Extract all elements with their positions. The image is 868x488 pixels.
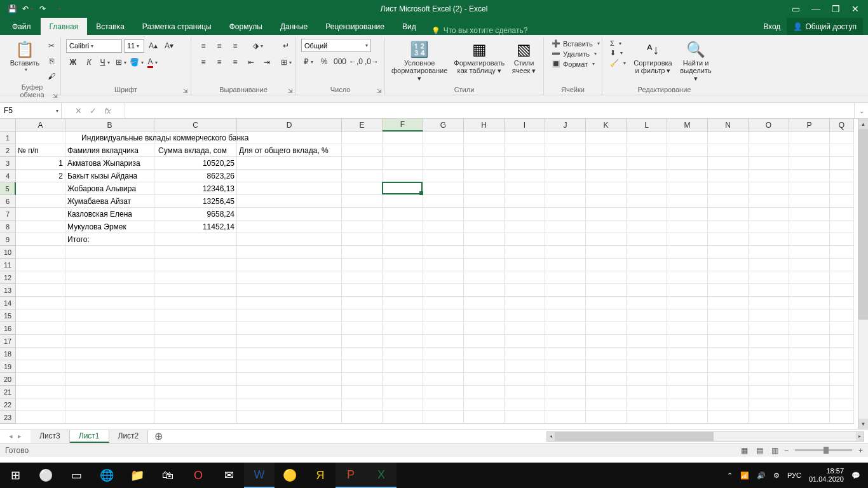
col-header-P[interactable]: P (789, 119, 830, 132)
cell[interactable] (505, 170, 545, 182)
cell[interactable] (237, 195, 342, 208)
cell[interactable] (154, 233, 237, 246)
cell[interactable] (237, 360, 342, 373)
cell[interactable] (342, 335, 383, 348)
cell[interactable] (16, 233, 65, 246)
row-header-11[interactable]: 11 (0, 259, 16, 271)
cell[interactable]: 1 (16, 157, 65, 170)
row-header-1[interactable]: 1 (0, 132, 16, 144)
row-header-7[interactable]: 7 (0, 208, 16, 220)
cell[interactable] (383, 157, 423, 170)
bold-button[interactable]: Ж (66, 55, 80, 69)
cell[interactable] (505, 411, 545, 424)
cell[interactable] (505, 195, 545, 208)
cell[interactable] (545, 322, 586, 335)
cell[interactable] (830, 132, 854, 144)
wrap-text-button[interactable]: ↵ (278, 39, 294, 53)
hscroll-right[interactable]: ▸ (856, 432, 864, 441)
cell[interactable]: 10520,25 (154, 157, 237, 170)
cell[interactable] (667, 259, 708, 271)
cell[interactable] (708, 348, 749, 360)
sheet-nav-first[interactable]: ◂ (9, 432, 13, 440)
cell[interactable] (708, 233, 749, 246)
cell[interactable] (505, 132, 545, 144)
cell[interactable] (708, 182, 749, 195)
cell[interactable] (423, 233, 464, 246)
cell[interactable] (830, 411, 854, 424)
cell[interactable] (464, 322, 505, 335)
cell[interactable] (586, 386, 627, 398)
cell[interactable] (505, 373, 545, 386)
hscroll-thumb[interactable] (555, 432, 714, 441)
cell[interactable] (154, 284, 237, 297)
cell[interactable] (708, 271, 749, 284)
cell[interactable] (423, 144, 464, 157)
cell[interactable] (545, 170, 586, 182)
cell[interactable] (16, 208, 65, 220)
cell[interactable] (586, 373, 627, 386)
cell[interactable] (749, 335, 789, 348)
cell[interactable] (383, 297, 423, 309)
tab-home[interactable]: Главная (41, 18, 88, 35)
row-header-12[interactable]: 12 (0, 271, 16, 284)
cell[interactable] (830, 233, 854, 246)
cell[interactable] (627, 309, 667, 322)
cell[interactable] (667, 246, 708, 259)
cell[interactable] (830, 182, 854, 195)
row-header-6[interactable]: 6 (0, 195, 16, 208)
cell[interactable] (342, 284, 383, 297)
tray-network-icon[interactable]: 📶 (740, 471, 749, 480)
cell[interactable] (423, 132, 464, 144)
cell[interactable]: Бакыт кызы Айдана (65, 170, 154, 182)
col-header-F[interactable]: F (383, 119, 423, 132)
cell[interactable] (342, 309, 383, 322)
cell[interactable] (789, 284, 830, 297)
cell[interactable] (667, 335, 708, 348)
cell[interactable] (545, 182, 586, 195)
row-header-15[interactable]: 15 (0, 309, 16, 322)
cell[interactable] (16, 284, 65, 297)
cell[interactable] (342, 386, 383, 398)
cell[interactable] (545, 233, 586, 246)
qat-customize-icon[interactable]: ▾ (54, 3, 65, 15)
cell[interactable] (464, 335, 505, 348)
cell[interactable] (830, 335, 854, 348)
cut-icon[interactable]: ✂ (44, 39, 58, 53)
fill-color-button[interactable]: 🪣▾ (130, 55, 144, 69)
cell[interactable] (342, 144, 383, 157)
cell[interactable] (627, 411, 667, 424)
cell[interactable] (505, 182, 545, 195)
cell[interactable] (830, 373, 854, 386)
cell[interactable] (708, 259, 749, 271)
cell[interactable] (627, 297, 667, 309)
sheet-nav-last[interactable]: ▸ (18, 432, 22, 440)
cell[interactable] (708, 335, 749, 348)
page-layout-view-icon[interactable]: ▤ (754, 445, 766, 456)
cell[interactable] (505, 348, 545, 360)
cell[interactable] (16, 220, 65, 233)
cell[interactable] (545, 398, 586, 411)
cell[interactable] (383, 182, 423, 195)
alignment-launcher[interactable]: ⇲ (288, 88, 293, 94)
cell[interactable] (342, 297, 383, 309)
cell[interactable] (237, 322, 342, 335)
sheet-tab[interactable]: Лист2 (109, 430, 149, 443)
taskbar-word-icon[interactable]: W (244, 463, 275, 488)
cell[interactable]: 12346,13 (154, 182, 237, 195)
cell[interactable] (237, 132, 342, 144)
cell[interactable] (505, 335, 545, 348)
cell[interactable] (749, 220, 789, 233)
cell[interactable] (65, 297, 154, 309)
align-left-icon[interactable]: ≡ (196, 55, 210, 69)
align-right-icon[interactable]: ≡ (228, 55, 242, 69)
cell[interactable] (749, 271, 789, 284)
page-break-view-icon[interactable]: ▥ (769, 445, 782, 456)
cell[interactable] (627, 157, 667, 170)
cell[interactable] (586, 411, 627, 424)
cell[interactable] (627, 170, 667, 182)
cell[interactable] (423, 297, 464, 309)
cell[interactable] (423, 259, 464, 271)
decrease-decimal-icon[interactable]: ,0→ (365, 55, 379, 69)
cell[interactable] (65, 284, 154, 297)
cell[interactable] (342, 233, 383, 246)
